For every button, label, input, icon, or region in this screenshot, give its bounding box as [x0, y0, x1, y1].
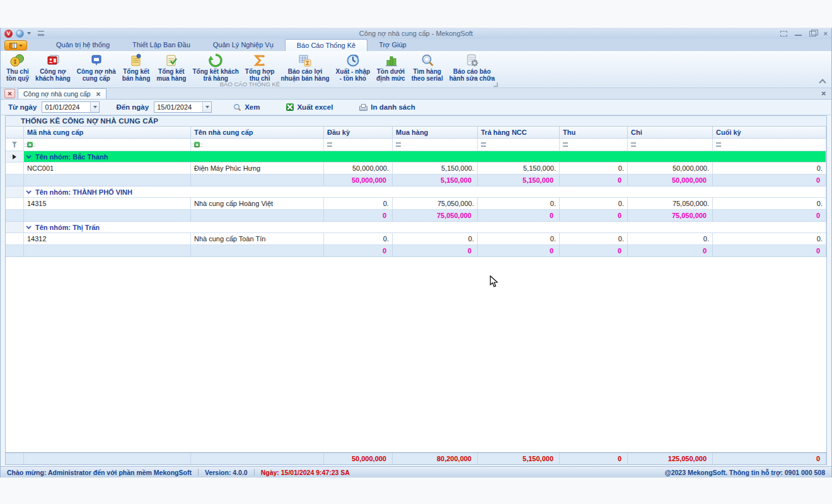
cell-dau-ky[interactable]: 0. — [324, 233, 393, 245]
cell-tra-hang-ncc[interactable]: 0. — [478, 233, 560, 245]
cell-cuoi-ky[interactable]: 0. — [713, 198, 826, 210]
menu-tab-tro-giup[interactable]: Trợ Giúp — [367, 39, 417, 51]
cell-cuoi-ky[interactable]: 0. — [713, 163, 826, 175]
cell-tra-hang-ncc[interactable]: 0. — [478, 198, 560, 210]
group-row-thi-tran[interactable]: Tên nhóm: Thị Trấn — [6, 222, 826, 233]
tab-cong-no-nha-cung-cap[interactable]: Công nợ nhà cung cấp ✕ — [18, 88, 107, 99]
filter-cell-thu[interactable] — [560, 139, 628, 151]
subtotal-tra-hang-ncc: 0 — [478, 210, 560, 222]
export-excel-button[interactable]: Xuất excel — [281, 102, 338, 112]
cell-supplier-code[interactable]: 14312 — [24, 233, 191, 245]
cell-dau-ky[interactable]: 0. — [324, 198, 393, 210]
application-menu-button[interactable] — [4, 40, 27, 50]
cell-cuoi-ky[interactable]: 0. — [713, 233, 826, 245]
ribbon-item-bao-cao-loi-nhuan-ban-hang[interactable]: Báo cáo lợi nhuận bán hàng — [277, 52, 332, 83]
menu-tab-quan-ly-nghiep-vu[interactable]: Quản Lý Nghiệp Vụ — [202, 39, 285, 51]
view-button-label: Xem — [245, 103, 260, 111]
ribbon-item-tong-ket-mua-hang[interactable]: Tổng kết mua hàng — [153, 52, 189, 83]
ribbon-item-cong-no-khach-hang[interactable]: Công nợ khách hàng — [32, 52, 74, 83]
column-header-chi[interactable]: Chi — [628, 127, 713, 139]
menu-tab-bao-cao-thong-ke[interactable]: Báo Cáo Thống Kê — [285, 39, 367, 51]
ribbon-item-thu-chi-ton-quy[interactable]: Thu chi tồn quỹ — [3, 52, 32, 83]
view-button[interactable]: Xem — [228, 102, 265, 113]
row-indicator — [6, 210, 24, 222]
ribbon-item-tong-hop-thu-chi[interactable]: Tổng hợp thu chi — [242, 52, 278, 83]
filter-cell-cuoi-ky[interactable] — [713, 139, 826, 151]
close-all-tabs-button[interactable]: ✕ — [4, 89, 15, 98]
group-header-cell[interactable]: Tên nhóm: THÀNH PHỐ VINH — [24, 186, 826, 198]
filter-cell-chi[interactable] — [628, 139, 713, 151]
chevron-down-icon[interactable] — [27, 32, 31, 35]
search-icon — [233, 103, 241, 112]
cell-chi[interactable]: 50,000,000. — [628, 163, 713, 175]
group-header-cell[interactable]: Tên nhóm: Bắc Thành — [24, 151, 826, 163]
group-row-thanh-pho-vinh[interactable]: Tên nhóm: THÀNH PHỐ VINH — [6, 186, 826, 198]
cell-chi[interactable]: 0. — [628, 233, 713, 245]
from-date-dropdown-icon[interactable] — [90, 102, 99, 112]
cell-chi[interactable]: 75,050,000. — [628, 198, 713, 210]
cell-tra-hang-ncc[interactable]: 5,150,000. — [478, 163, 560, 175]
group-row-bac-thanh[interactable]: Tên nhóm: Bắc Thành — [6, 151, 826, 163]
column-header-ten-ncc[interactable]: Tên nhà cung cấp — [191, 127, 324, 139]
filter-cell-tra-hang-ncc[interactable] — [478, 139, 560, 151]
subtotal-mua-hang: 75,050,000 — [393, 210, 478, 222]
collapse-chevron-icon[interactable] — [26, 224, 31, 229]
tabstrip-close-icon[interactable]: ✕ — [821, 90, 826, 97]
filter-cell-ten-ncc[interactable]: a — [191, 139, 324, 151]
ribbon-item-cong-no-nha-cung-cap[interactable]: Công nợ nhà cung cấp — [74, 52, 119, 83]
dialog-launcher-icon[interactable] — [494, 83, 498, 87]
filter-cell-dau-ky[interactable] — [324, 139, 393, 151]
user-orb-icon[interactable] — [16, 30, 24, 38]
cell-supplier-code[interactable]: 14315 — [24, 198, 191, 210]
from-date-input[interactable] — [42, 102, 90, 112]
ribbon-item-tong-ket-khach-tra-hang[interactable]: Tổng kết khách trả hàng — [189, 52, 241, 83]
app-logo-icon[interactable]: V — [4, 30, 13, 38]
print-list-button[interactable]: In danh sách — [354, 102, 420, 112]
collapse-chevron-icon[interactable] — [26, 153, 31, 158]
to-date-dropdown-icon[interactable] — [202, 102, 211, 112]
cell-supplier-code[interactable]: NCC001 — [24, 163, 191, 175]
ribbon-item-xuat-nhap-ton-kho[interactable]: Xuất - nhập - tồn kho — [333, 52, 373, 83]
current-row-arrow-icon — [13, 154, 16, 159]
column-header-ma-ncc[interactable]: Mã nhà cung cấp — [24, 127, 191, 139]
ribbon-item-tim-hang-theo-serial[interactable]: Tìm hàng theo serial — [408, 52, 446, 83]
cell-thu[interactable]: 0. — [560, 233, 628, 245]
ribbon-item-ton-duoi-dinh-muc[interactable]: Tồn dưới định mức — [373, 52, 408, 83]
group-header-cell[interactable]: Tên nhóm: Thị Trấn — [24, 222, 826, 233]
table-row[interactable]: 14315 Nhà cung cấp Hoàng Việt 0. 75,050,… — [6, 198, 826, 210]
column-header-cuoi-ky[interactable]: Cuối kỳ — [713, 127, 826, 139]
cell-supplier-name[interactable]: Nhà cung cấp Toàn Tín — [191, 233, 324, 245]
close-icon[interactable]: × — [824, 31, 828, 37]
column-header-dau-ky[interactable]: Đầu kỳ — [324, 127, 393, 139]
menu-tab-quan-tri-he-thong[interactable]: Quản trị hệ thống — [45, 39, 121, 51]
ribbon-collapse-icon[interactable] — [820, 79, 825, 82]
table-row[interactable]: NCC001 Điện Máy Phúc Hưng 50,000,000. 5,… — [6, 163, 826, 175]
menu-tab-thiet-lap-ban-dau[interactable]: Thiết Lập Ban Đầu — [121, 39, 202, 51]
column-header-tra-hang-ncc[interactable]: Trả hàng NCC — [478, 127, 560, 139]
collapse-chevron-icon[interactable] — [26, 188, 31, 193]
cell-thu[interactable]: 0. — [560, 163, 628, 175]
cell-supplier-name[interactable]: Điện Máy Phúc Hưng — [191, 163, 324, 175]
group-subtotal-row: 0 0 0 0 0 0 — [6, 245, 826, 257]
row-indicator — [6, 163, 24, 175]
table-row[interactable]: 14312 Nhà cung cấp Toàn Tín 0. 0. 0. 0. … — [6, 233, 826, 245]
cell-dau-ky[interactable]: 50,000,000. — [324, 163, 393, 175]
filter-cell-mua-hang[interactable] — [393, 139, 478, 151]
fullscreen-icon[interactable] — [780, 31, 787, 37]
ribbon-item-tong-ket-ban-hang[interactable]: Tổng kết bán hàng — [119, 52, 153, 83]
quick-access-more-icon[interactable] — [38, 31, 44, 36]
to-date-input[interactable] — [154, 102, 202, 112]
cell-thu[interactable]: 0. — [560, 198, 628, 210]
mouse-cursor — [490, 275, 499, 288]
tab-close-icon[interactable]: ✕ — [96, 91, 101, 98]
cell-mua-hang[interactable]: 0. — [393, 233, 478, 245]
filter-cell-ma-ncc[interactable]: a — [24, 139, 191, 151]
cell-mua-hang[interactable]: 75,050,000. — [393, 198, 478, 210]
column-header-thu[interactable]: Thu — [560, 127, 628, 139]
restore-icon[interactable] — [809, 31, 816, 37]
cell-supplier-name[interactable]: Nhà cung cấp Hoàng Việt — [191, 198, 324, 210]
cell-mua-hang[interactable]: 5,150,000. — [393, 163, 478, 175]
minimize-icon[interactable] — [795, 31, 802, 36]
ribbon-item-bao-cao-bao-hanh-sua-chua[interactable]: Báo cáo bảo hành sửa chữa — [446, 52, 498, 83]
column-header-mua-hang[interactable]: Mua hàng — [393, 127, 478, 139]
